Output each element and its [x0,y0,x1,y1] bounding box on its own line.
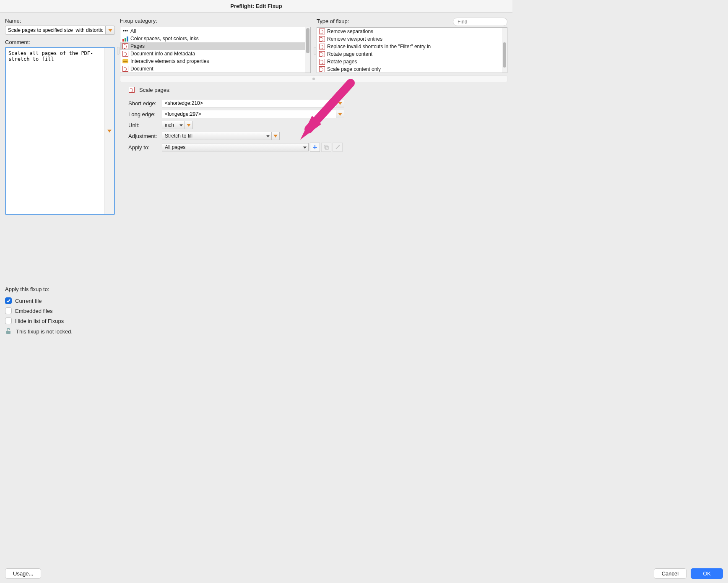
list-item-label: Scale page content only [327,66,381,72]
lock-icon [5,328,12,336]
svg-marker-0 [108,29,112,32]
pdf-icon [319,28,325,35]
type-label: Type of fixup: [317,18,349,24]
list-item-label: Document [130,66,153,72]
svg-rect-16 [6,331,10,334]
short-edge-input[interactable] [162,99,336,107]
name-input[interactable] [5,26,106,35]
category-item[interactable]: Document info and Metadata [120,50,310,57]
svg-marker-11 [273,135,278,138]
svg-rect-2 [122,39,124,42]
copy-button[interactable] [321,143,331,152]
svg-marker-8 [338,102,342,105]
svg-marker-9 [338,113,342,116]
apply-heading: Apply this fixup to: [5,286,507,292]
name-label: Name: [5,18,115,24]
pdf-icon [319,36,325,42]
comment-label: Comment: [5,39,115,45]
category-label: Fixup category: [120,18,157,24]
type-item[interactable]: Rotate page content [317,50,507,58]
pdf-icon [122,65,129,72]
svg-marker-1 [107,130,112,133]
find-input[interactable] [453,18,507,26]
hide-checkbox[interactable] [5,318,12,324]
pdf-icon [319,51,325,57]
long-edge-dropdown[interactable] [336,110,344,118]
type-item[interactable]: Scale page content only [317,65,507,73]
short-edge-dropdown[interactable] [336,99,344,107]
unit-label: Unit: [128,122,162,128]
category-item[interactable]: Document [120,65,310,73]
current-file-label: Current file [15,298,42,304]
list-item-label: All [130,28,136,34]
colors-icon [122,35,129,42]
interact-icon [122,58,129,65]
svg-marker-10 [187,124,191,127]
type-item[interactable]: Remove viewport entries [317,35,507,43]
pdf-icon [319,43,325,50]
dots-icon: ••• [122,28,129,34]
list-item-label: Remove viewport entries [327,36,382,42]
svg-rect-6 [123,61,127,62]
adjustment-label: Adjustment: [128,133,162,139]
comment-expand-button[interactable] [104,48,114,214]
type-item[interactable]: Remove separations [317,28,507,35]
add-button[interactable] [310,143,320,152]
category-item[interactable]: Interactive elements and properties [120,57,310,65]
short-edge-label: Short edge: [128,100,162,107]
scrollbar[interactable] [305,27,310,73]
category-item[interactable]: Pages [120,42,310,50]
category-listbox[interactable]: ••• All Color spaces, spot colors, inks … [120,27,311,73]
svg-rect-3 [125,38,126,42]
adjustment-dropdown[interactable] [271,132,280,140]
pdf-icon [122,43,129,49]
apply-to-select[interactable]: All pages [162,143,309,151]
scrollbar[interactable] [502,28,507,73]
category-item[interactable]: ••• All [120,27,310,35]
list-item-label: Interactive elements and properties [130,58,209,64]
list-item-label: Color spaces, spot colors, inks [130,36,199,42]
pdf-icon [319,66,325,73]
pdf-icon [128,86,135,93]
list-item-label: Rotate pages [327,59,357,65]
hide-label: Hide in list of Fixups [15,318,64,324]
category-item[interactable]: Page contents [120,73,310,73]
list-item-label: Document info and Metadata [130,51,195,57]
list-item-label: Pages [130,43,145,49]
comment-textarea[interactable]: Scales all pages of the PDF- stretch to … [6,48,104,214]
panel-grip[interactable] [314,47,316,55]
adjustment-select[interactable]: Stretch to fill [162,132,272,140]
long-edge-input[interactable] [162,110,336,118]
type-listbox[interactable]: Remove separations Remove viewport entri… [317,27,507,73]
apply-to-label: Apply to: [128,144,162,151]
embedded-files-checkbox[interactable] [5,307,12,314]
list-item-label: Replace invalid shortcuts in the "Filter… [327,44,431,49]
embedded-files-label: Embedded files [15,308,53,314]
type-item[interactable]: Rotate pages [317,58,507,65]
edit-button[interactable] [333,143,343,152]
list-item-label: Remove separations [327,29,373,34]
window-title: Preflight: Edit Fixup [0,0,512,13]
list-item-label: Rotate page content [327,51,372,57]
pdf-icon [122,50,129,57]
unit-dropdown[interactable] [185,121,193,129]
category-item[interactable]: Color spaces, spot colors, inks [120,35,310,42]
panel-grip[interactable] [117,47,120,55]
svg-rect-4 [127,36,128,42]
type-item[interactable]: Replace invalid shortcuts in the "Filter… [317,43,507,50]
divider[interactable] [120,75,507,82]
lock-text: This fixup is not locked. [16,328,73,335]
name-dropdown-button[interactable] [106,26,115,35]
unit-select[interactable]: inch [162,121,185,129]
current-file-checkbox[interactable] [5,297,12,304]
pdf-icon [319,58,325,65]
long-edge-label: Long edge: [128,111,162,117]
section-title: Scale pages: [139,87,171,93]
